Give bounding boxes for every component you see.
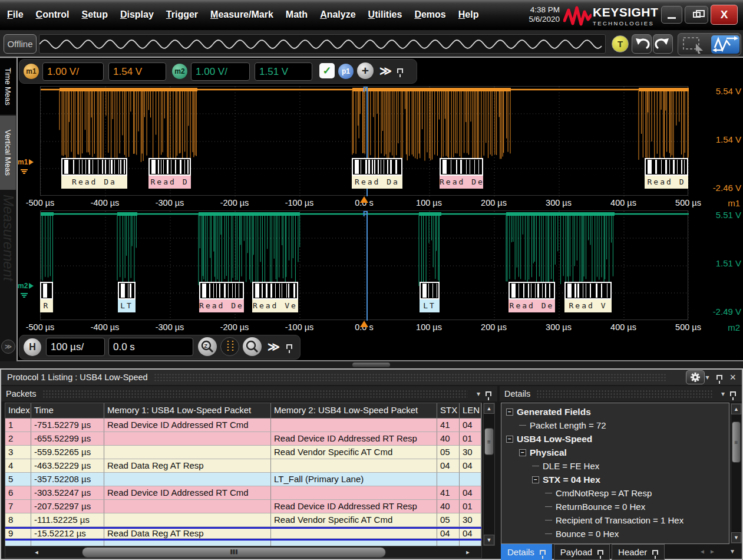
packet-row-8[interactable]: 8-111.52225 µsRead Vendor Specific AT Cm… [5,513,481,527]
pin-icon[interactable] [652,550,658,555]
tab-menu-icon[interactable]: ▾ [731,547,734,555]
details-header[interactable]: Details ▾ [500,386,742,401]
collapse-box-icon[interactable]: − [532,476,539,483]
packet-row-6[interactable]: 6-303.52247 µsRead Device ID Addressed R… [5,486,481,500]
scroll-right-button[interactable]: ► [460,548,475,557]
settings-gear-button[interactable] [686,370,705,384]
panel-pin-icon[interactable] [716,375,722,380]
tree-label: USB4 Low-Speed [517,432,592,446]
decode-bit-bar [665,160,667,174]
decode-packet-label[interactable]: Read D [148,176,191,189]
tree-item[interactable]: Recipient of Transaction = 1 Hex [501,513,729,527]
packet-cell: 01 [460,500,481,513]
protocol-title-bar[interactable]: Protocol 1 Listing : USB4 Low-Speed ▾ × [1,370,742,385]
scroll-thumb[interactable]: ⦀⦀⦀ [82,547,386,558]
decode-packet-label[interactable]: LT [420,299,440,312]
column-header-index[interactable]: Index [5,403,31,419]
tree-item[interactable]: CmdNotResp = AT Resp [501,486,729,500]
scroll-thumb[interactable]: ≡ [484,428,494,455]
tree-item[interactable]: −USB4 Low-Speed [501,432,729,446]
packet-cell: 01 [460,432,481,446]
packets-vscrollbar[interactable]: ▲ ≡ ▼ [483,403,495,546]
chevron-down-icon[interactable]: ▾ [721,390,725,398]
packet-row-7[interactable]: 7-207.52297 µsRead Device ID Addressed R… [5,500,481,513]
packets-header[interactable]: Packets ▾ [1,386,497,401]
panel-close-icon[interactable]: × [729,371,736,384]
collapse-box-icon[interactable]: − [519,449,526,456]
decode-bit-bar [528,284,529,298]
decode-bit-bar [213,284,214,298]
tab-payload[interactable]: Payload [554,544,610,560]
decode-packet-label[interactable]: Read D [645,176,688,189]
timebase-position-field[interactable]: 0.0 s [108,338,193,356]
decode-bits-frame [252,282,298,299]
m1-source-marker[interactable]: m1 [18,158,34,166]
tab-details[interactable]: Details [501,544,552,560]
decode-packet-label[interactable]: Read V [564,299,612,312]
chevron-down-icon[interactable]: ▾ [477,390,480,398]
tree-item[interactable]: DLE = FE Hex [501,459,729,473]
packets-hscrollbar[interactable]: ◄ ⦀⦀⦀ ► [5,546,482,558]
trigger-marker[interactable] [360,321,368,327]
tab-header[interactable]: Header [612,544,665,560]
details-pin-icon[interactable] [730,391,736,396]
column-header-memory-2-usb4-low-speed-packet[interactable]: Memory 2: USB4 Low-Speed Packet [271,403,437,419]
decode-bit-bar [43,284,47,298]
hbar-more-chevron[interactable]: ≫ [268,340,280,354]
tree-item[interactable]: −Physical [501,446,729,459]
horizontal-badge[interactable]: H [24,338,41,356]
tree-item[interactable]: −Generated Fields [501,405,729,419]
details-vscrollbar[interactable]: ▲ ≡ ▼ [731,403,742,543]
scroll-down-button[interactable]: ▼ [484,535,494,545]
decode-packet-label[interactable]: Read De [199,299,244,312]
axis-tick: -300 µs [143,198,196,207]
tree-item[interactable]: ReturnBounce = 0 Hex [501,500,729,513]
scroll-up-button[interactable]: ▲ [731,404,741,414]
packet-row-9[interactable]: 9-15.52212 µsRead Data Reg AT Resp0404 [5,527,481,541]
chevron-down-icon[interactable]: ▾ [705,373,709,381]
m2-source-marker[interactable]: m2 [18,282,34,290]
scroll-thumb[interactable]: ≡ [732,421,741,463]
hbar-pin[interactable] [286,341,292,351]
packets-pin-icon[interactable] [486,391,491,396]
tree-item[interactable]: Bounce = 0 Hex [501,527,729,541]
packets-table-body: 1-751.52279 µsRead Device ID Addressed R… [5,419,481,546]
packet-row-5[interactable]: 5-357.52208 µsLT_Fall (Primary Lane) [5,473,481,486]
timebase-scale-field[interactable]: 100 µs/ [46,338,105,356]
tree-item[interactable]: −STX = 04 Hex [501,473,729,486]
cursors-button[interactable] [220,337,239,356]
decode-packet-label[interactable]: LT [118,299,136,312]
axis-tick: -100 µs [273,322,326,332]
packet-row-1[interactable]: 1-751.52279 µsRead Device ID Addressed R… [5,419,481,432]
decode-packet-label[interactable]: Read De [440,176,483,189]
collapse-box-icon[interactable]: − [506,436,513,443]
splitter-bar[interactable] [0,361,743,368]
scroll-down-button[interactable]: ▼ [731,532,741,543]
search-button[interactable] [243,337,262,356]
column-header-memory-1-usb4-low-speed-packet[interactable]: Memory 1: USB4 Low-Speed Packet [104,403,271,419]
pin-icon[interactable] [540,550,546,555]
column-header-len[interactable]: LEN [460,403,481,419]
decode-packet-label[interactable]: Read Da [352,176,402,189]
tab-scroll-left-icon[interactable]: ◄ [699,548,705,555]
decode-bit-bar [180,160,181,174]
decode-packet-label[interactable]: Read De [508,299,555,312]
tab-scroll-right-icon[interactable]: ► [709,548,715,555]
column-header-time[interactable]: Time [31,403,104,419]
decode-packet-label[interactable]: Read Da [61,176,127,189]
packet-row-3[interactable]: 3-559.52265 µsRead Vendor Specific AT Cm… [5,446,481,459]
pin-icon[interactable] [597,550,603,555]
tree-item[interactable]: Packet Length = 72 [501,419,729,432]
zoom-out-button[interactable]: Z [198,337,217,356]
trigger-marker[interactable] [360,196,368,203]
decode-packet-label[interactable]: Read Ve [252,299,298,312]
packet-cell [460,473,481,486]
splitter-grip[interactable] [352,363,390,367]
collapse-box-icon[interactable]: − [506,409,513,416]
scroll-left-button[interactable]: ◄ [29,548,44,557]
packet-row-2[interactable]: 2-655.52299 µsRead Device ID Addressed R… [5,432,481,446]
scroll-up-button[interactable]: ▲ [484,403,494,414]
decode-packet-label[interactable]: R [40,299,53,312]
column-header-stx[interactable]: STX [437,403,460,419]
packet-row-4[interactable]: 4-463.52229 µsRead Data Reg AT Resp0404 [5,459,481,473]
